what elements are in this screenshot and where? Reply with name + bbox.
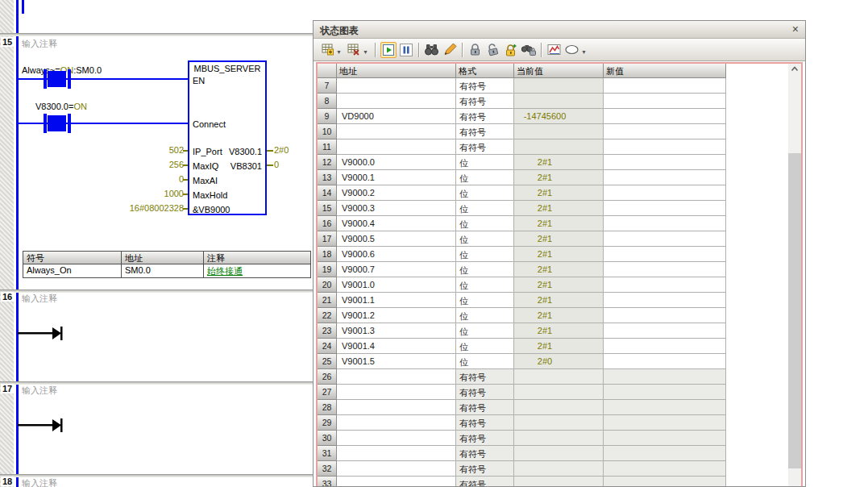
row-number-cell[interactable]: 26 <box>318 369 337 385</box>
new-value-cell[interactable] <box>604 155 726 170</box>
format-cell[interactable]: 位 <box>456 262 514 277</box>
new-value-cell[interactable] <box>604 247 726 262</box>
format-column-header[interactable]: 格式 <box>456 64 514 78</box>
unforce-icon[interactable] <box>485 42 501 58</box>
row-number-cell[interactable]: 32 <box>318 461 337 477</box>
row-number-cell[interactable]: 22 <box>318 308 337 323</box>
row-number-cell[interactable]: 30 <box>318 431 337 446</box>
format-cell[interactable]: 位 <box>456 354 514 369</box>
empty-network-arrow[interactable] <box>18 416 66 434</box>
bubble-dropdown-icon[interactable]: ▼ <box>581 49 587 55</box>
address-cell[interactable]: V9000.1 <box>337 170 456 185</box>
format-cell[interactable]: 有符号 <box>456 477 514 487</box>
row-number-cell[interactable]: 9 <box>318 109 337 124</box>
force-icon[interactable] <box>467 42 484 58</box>
row-number-cell[interactable]: 13 <box>318 170 337 185</box>
row-number-cell[interactable]: 10 <box>318 124 337 139</box>
write-icon[interactable] <box>442 42 458 58</box>
address-cell[interactable] <box>337 385 456 400</box>
new-value-cell[interactable] <box>604 323 726 339</box>
format-cell[interactable]: 有符号 <box>456 124 514 139</box>
format-cell[interactable]: 有符号 <box>456 446 514 461</box>
new-value-cell[interactable] <box>604 216 726 231</box>
new-value-cell[interactable] <box>604 385 726 400</box>
format-cell[interactable]: 有符号 <box>456 461 514 477</box>
format-cell[interactable]: 位 <box>456 170 514 185</box>
address-cell[interactable] <box>337 415 456 431</box>
row-number-cell[interactable]: 14 <box>318 185 337 201</box>
format-cell[interactable]: 位 <box>456 323 514 339</box>
address-cell[interactable]: V9001.5 <box>337 354 456 369</box>
address-cell[interactable]: V9001.0 <box>337 277 456 293</box>
row-number-cell[interactable]: 12 <box>318 155 337 170</box>
row-number-cell[interactable]: 11 <box>318 139 337 155</box>
format-cell[interactable]: 有符号 <box>456 78 514 94</box>
scrollbar-thumb[interactable] <box>788 153 801 468</box>
row-number-cell[interactable]: 24 <box>318 339 337 354</box>
address-cell[interactable] <box>337 124 456 139</box>
current-value-column-header[interactable]: 当前值 <box>514 64 604 78</box>
new-value-cell[interactable] <box>604 109 726 124</box>
insert-chart-dropdown-icon[interactable]: ▼ <box>336 49 342 55</box>
new-value-cell[interactable] <box>604 415 726 431</box>
network-16-number[interactable]: 16 <box>1 292 14 302</box>
format-cell[interactable]: 有符号 <box>456 109 514 124</box>
format-cell[interactable]: 有符号 <box>456 385 514 400</box>
empty-network-arrow[interactable] <box>18 324 66 342</box>
format-cell[interactable]: 有符号 <box>456 369 514 385</box>
address-column-header[interactable]: 地址 <box>337 64 456 78</box>
format-cell[interactable]: 有符号 <box>456 415 514 431</box>
read-force-icon[interactable] <box>521 42 537 58</box>
new-value-cell[interactable] <box>604 461 726 477</box>
address-cell[interactable]: V9000.0 <box>337 155 456 170</box>
address-cell[interactable]: V9000.2 <box>337 185 456 201</box>
address-cell[interactable]: V9001.2 <box>337 308 456 323</box>
format-cell[interactable]: 位 <box>456 277 514 293</box>
contact-1-energized[interactable] <box>48 71 66 87</box>
new-value-cell[interactable] <box>604 400 726 415</box>
status-chart-titlebar[interactable]: 状态图表 × <box>314 21 805 39</box>
row-number-cell[interactable]: 27 <box>318 385 337 400</box>
address-cell[interactable] <box>337 400 456 415</box>
format-cell[interactable]: 位 <box>456 339 514 354</box>
address-cell[interactable] <box>337 431 456 446</box>
address-cell[interactable] <box>337 139 456 155</box>
format-cell[interactable]: 位 <box>456 231 514 247</box>
row-number-cell[interactable]: 29 <box>318 415 337 431</box>
new-value-cell[interactable] <box>604 139 726 155</box>
row-number-cell[interactable]: 31 <box>318 446 337 461</box>
new-value-cell[interactable] <box>604 293 726 308</box>
format-cell[interactable]: 位 <box>456 201 514 216</box>
network-15-comment[interactable]: 输入注释 <box>22 38 57 50</box>
address-cell[interactable] <box>337 477 456 487</box>
address-cell[interactable]: VD9000 <box>337 109 456 124</box>
new-value-cell[interactable] <box>604 446 726 461</box>
format-cell[interactable]: 有符号 <box>456 400 514 415</box>
new-value-cell[interactable] <box>604 339 726 354</box>
row-number-cell[interactable]: 19 <box>318 262 337 277</box>
insert-chart-icon[interactable] <box>319 42 335 58</box>
address-cell[interactable]: V9000.3 <box>337 201 456 216</box>
scroll-up-icon[interactable] <box>788 62 801 76</box>
network-18-comment[interactable]: 输入注释 <box>22 477 57 487</box>
address-cell[interactable] <box>337 78 456 94</box>
new-value-cell[interactable] <box>604 477 726 487</box>
format-cell[interactable]: 位 <box>456 216 514 231</box>
contact-2[interactable] <box>44 114 47 133</box>
format-cell[interactable]: 有符号 <box>456 139 514 155</box>
delete-chart-icon[interactable] <box>346 42 362 58</box>
format-cell[interactable]: 位 <box>456 247 514 262</box>
new-value-cell[interactable] <box>604 369 726 385</box>
pause-chart-icon[interactable] <box>398 42 414 58</box>
force-all-icon[interactable] <box>503 42 519 58</box>
new-value-cell[interactable] <box>604 94 726 109</box>
address-cell[interactable]: V9001.1 <box>337 293 456 308</box>
bubble-icon[interactable] <box>564 42 580 58</box>
row-number-cell[interactable]: 28 <box>318 400 337 415</box>
format-cell[interactable]: 有符号 <box>456 94 514 109</box>
address-cell[interactable] <box>337 94 456 109</box>
row-number-cell[interactable]: 23 <box>318 323 337 339</box>
new-value-cell[interactable] <box>604 431 726 446</box>
address-cell[interactable]: V9001.4 <box>337 339 456 354</box>
new-value-cell[interactable] <box>604 308 726 323</box>
